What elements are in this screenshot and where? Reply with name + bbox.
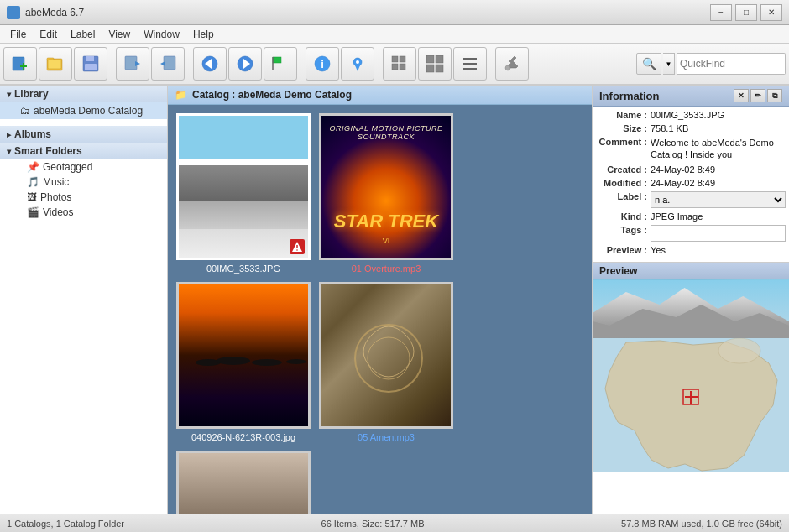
forward-button[interactable] — [228, 47, 262, 81]
svg-rect-11 — [164, 56, 175, 70]
svg-point-40 — [217, 357, 250, 365]
sidebar: ▾ Library 🗂 abeMeda Demo Catalog ▸ Album… — [0, 86, 168, 514]
info-row-created: Created : 24-May-02 8:49 — [596, 164, 786, 175]
gallery[interactable]: 00IMG_3533.JPG ORIGINAL MOTION PICTURE S… — [168, 105, 592, 514]
app-title: abeMeda 6.7 — [25, 7, 710, 18]
gallery-item-3[interactable]: 040926-N-6213R-003.jpg — [176, 282, 311, 442]
info-kind-label: Kind : — [596, 211, 651, 222]
info-fields: Name : 00IMG_3533.JPG Size : 758.1 KB Co… — [593, 107, 789, 262]
menu-file[interactable]: File — [3, 27, 33, 42]
svg-point-42 — [286, 359, 306, 364]
info-preview-value: Yes — [651, 245, 786, 255]
gallery-item-2[interactable]: ORIGINAL MOTION PICTURE SOUNDTRACK STAR … — [319, 113, 453, 274]
back-button[interactable] — [193, 47, 227, 81]
menu-window[interactable]: Window — [137, 27, 186, 42]
import-button[interactable] — [151, 47, 185, 81]
search-input[interactable] — [677, 53, 786, 75]
grid-large-button[interactable] — [418, 47, 452, 81]
info-panel-title: Information — [599, 90, 660, 102]
gallery-thumb-3 — [176, 282, 311, 429]
info-button[interactable]: i — [306, 47, 339, 81]
sidebar-item-videos[interactable]: 🎬 Videos — [0, 205, 167, 220]
catalog-folder-icon: 📁 — [175, 89, 187, 101]
info-name-value: 00IMG_3533.JPG — [651, 110, 786, 120]
gallery-item-1[interactable]: 00IMG_3533.JPG — [176, 113, 311, 274]
list-view-button[interactable] — [453, 47, 487, 81]
sidebar-item-catalog[interactable]: 🗂 abeMeda Demo Catalog — [0, 102, 167, 119]
menu-help[interactable]: Help — [186, 27, 221, 42]
svg-rect-25 — [400, 56, 405, 62]
sidebar-item-geotagged[interactable]: 📌 Geotagged — [0, 159, 167, 175]
photos-label: Photos — [40, 191, 71, 203]
search-button[interactable]: 🔍 — [636, 53, 661, 75]
info-row-preview: Preview : Yes — [596, 245, 786, 255]
catalog-title: Catalog : abeMeda Demo Catalog — [192, 89, 352, 101]
svg-rect-28 — [426, 55, 434, 63]
info-modified-value: 24-May-02 8:49 — [651, 178, 786, 188]
svg-rect-29 — [436, 55, 443, 63]
info-panel-header: Information ✕ ✏ ⧉ — [593, 86, 789, 107]
gallery-item-5[interactable] — [176, 451, 311, 514]
svg-marker-12 — [160, 61, 165, 66]
info-tags-input[interactable] — [651, 225, 786, 242]
content-area: 📁 Catalog : abeMeda Demo Catalog 00IMG_3… — [168, 86, 592, 514]
svg-point-22 — [356, 60, 359, 64]
gallery-label-4: 05 Amen.mp3 — [358, 432, 415, 442]
minimize-button[interactable]: − — [710, 4, 732, 21]
info-label-select[interactable]: n.a. Red Orange Green Blue Purple — [651, 191, 786, 208]
sidebar-albums-header[interactable]: ▸ Albums — [0, 126, 167, 143]
main-layout: ▾ Library 🗂 abeMeda Demo Catalog ▸ Album… — [0, 86, 789, 514]
preview-section: Preview — [593, 262, 789, 472]
menu-view[interactable]: View — [102, 27, 137, 42]
info-close-button[interactable]: ✕ — [734, 89, 749, 102]
svg-point-49 — [718, 338, 760, 363]
close-button[interactable]: ✕ — [760, 4, 782, 21]
new-catalog-button[interactable] — [3, 47, 37, 81]
geotagged-icon: 📌 — [27, 161, 39, 173]
svg-point-35 — [505, 65, 510, 70]
location-button[interactable] — [341, 47, 374, 81]
info-row-size: Size : 758.1 KB — [596, 123, 786, 133]
sidebar-library-header[interactable]: ▾ Library — [0, 86, 167, 102]
menu-edit[interactable]: Edit — [33, 27, 64, 42]
gallery-label-2: 01 Overture.mp3 — [352, 263, 421, 274]
gallery-thumb-4 — [319, 282, 453, 429]
menu-bar: File Edit Label View Window Help — [0, 25, 789, 44]
info-edit-button[interactable]: ✏ — [750, 89, 765, 102]
gallery-item-4[interactable]: 05 Amen.mp3 — [319, 282, 453, 442]
grid-small-button[interactable] — [383, 47, 416, 81]
export-button[interactable] — [116, 47, 149, 81]
info-row-tags: Tags : — [596, 225, 786, 242]
save-button[interactable] — [74, 47, 107, 81]
tools-button[interactable] — [495, 47, 529, 81]
info-row-label: Label : n.a. Red Orange Green Blue Purpl… — [596, 191, 786, 208]
menu-label[interactable]: Label — [64, 27, 102, 42]
search-dropdown-button[interactable]: ▼ — [663, 53, 675, 75]
info-comment-label: Comment : — [596, 137, 651, 147]
sidebar-smart-folders-header[interactable]: ▾ Smart Folders — [0, 143, 167, 159]
open-button[interactable] — [39, 47, 72, 81]
info-row-comment: Comment : Welcome to abeMeda's Demo Cata… — [596, 137, 786, 161]
window-controls: − □ ✕ — [710, 4, 782, 21]
svg-point-38 — [296, 249, 298, 251]
status-middle: 66 Items, Size: 517.7 MB — [321, 519, 425, 529]
videos-label: Videos — [43, 206, 73, 218]
flag-button[interactable] — [264, 47, 297, 81]
svg-text:i: i — [321, 58, 324, 70]
info-expand-button[interactable]: ⧉ — [767, 89, 782, 102]
preview-image — [593, 279, 789, 338]
photos-icon: 🖼 — [27, 191, 37, 203]
svg-rect-17 — [273, 57, 281, 63]
svg-rect-0 — [13, 57, 24, 70]
svg-marker-10 — [135, 61, 140, 66]
sidebar-item-music[interactable]: 🎵 Music — [0, 175, 167, 190]
svg-rect-9 — [125, 56, 137, 70]
gallery-thumb-2: ORIGINAL MOTION PICTURE SOUNDTRACK STAR … — [319, 113, 453, 260]
geotagged-label: Geotagged — [43, 161, 92, 173]
gallery-label-3: 040926-N-6213R-003.jpg — [191, 432, 295, 442]
sidebar-item-photos[interactable]: 🖼 Photos — [0, 190, 167, 205]
toolbar: i — [0, 44, 789, 86]
info-name-label: Name : — [596, 110, 651, 120]
maximize-button[interactable]: □ — [735, 4, 757, 21]
svg-rect-7 — [86, 56, 94, 61]
